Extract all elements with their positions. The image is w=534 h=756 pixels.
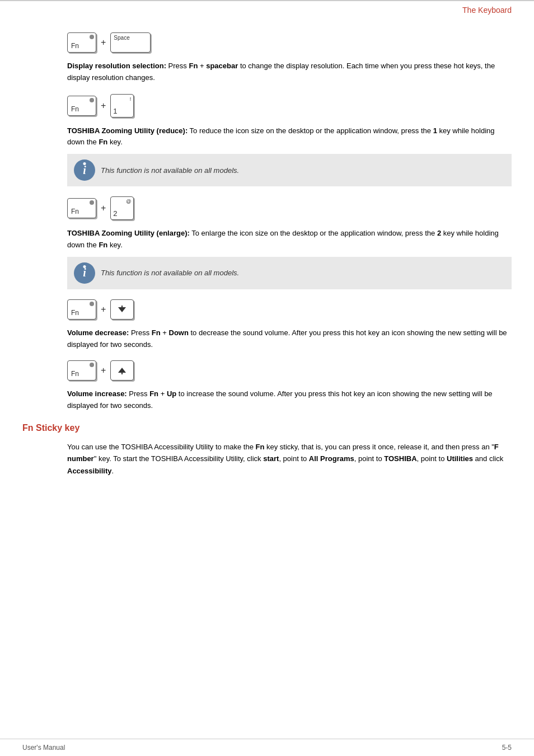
key-combo-up: Fn + [67, 360, 512, 381]
fn-key: Fn [67, 32, 96, 53]
footer-left: User's Manual [22, 744, 65, 752]
plus-sign: + [101, 37, 106, 48]
arrow-up-icon [117, 365, 127, 375]
footer-right: 5-5 [502, 744, 512, 752]
fn-sticky-key-heading: Fn Sticky key [22, 423, 512, 433]
fn-key-4: Fn [67, 299, 96, 320]
volume-increase-text: Volume increase: Press Fn + Up to increa… [67, 388, 512, 412]
fn-key-5: Fn [67, 360, 96, 381]
key-top-char: ! [130, 96, 132, 102]
page-container: The Keyboard Fn + Space Display resoluti… [0, 0, 534, 756]
display-resolution-text: Display resolution selection: Press Fn +… [67, 60, 512, 84]
section-zoom-reduce: Fn + ! 1 TOSHIBA Zooming Utility (reduce… [67, 94, 512, 187]
key-top-char-2: @ [126, 199, 131, 204]
arrow-down-key [110, 299, 134, 320]
plus-sign-3: + [101, 203, 106, 213]
plus-sign-4: + [101, 304, 106, 314]
key-bottom-char-2: 2 [113, 209, 117, 218]
fn-sticky-key-section: Fn Sticky key You can use the TOSHIBA Ac… [67, 423, 512, 477]
space-key: Space [110, 32, 151, 53]
key-combo-down: Fn + [67, 299, 512, 320]
key-combo-space: Fn + Space [67, 32, 512, 53]
section-volume-increase: Fn + Volume increase: Press Fn + Up to i… [67, 360, 512, 412]
content-area: Fn + Space Display resolution selection:… [0, 17, 534, 510]
section-volume-decrease: Fn + Volume decrease: Press Fn + Down to… [67, 299, 512, 351]
fn-key-3: Fn [67, 198, 96, 218]
plus-sign-2: + [101, 101, 106, 111]
info-text-enlarge: This function is not available on all mo… [101, 269, 239, 277]
info-icon-reduce: i [74, 159, 95, 181]
key-bottom-char: 1 [113, 107, 117, 115]
section-zoom-enlarge: Fn + @ 2 TOSHIBA Zooming Utility (enlarg… [67, 196, 512, 289]
svg-marker-0 [118, 307, 126, 312]
header-title: The Keyboard [462, 6, 512, 15]
plus-sign-5: + [101, 365, 106, 375]
fn-key-2: Fn [67, 96, 96, 116]
key-2: @ 2 [110, 196, 134, 220]
fn-sticky-key-text: You can use the TOSHIBA Accessibility Ut… [67, 441, 512, 477]
footer-bar: User's Manual 5-5 [0, 739, 534, 756]
volume-decrease-text: Volume decrease: Press Fn + Down to decr… [67, 327, 512, 351]
info-icon-enlarge: i [74, 262, 95, 284]
key-combo-1: Fn + ! 1 [67, 94, 512, 118]
header-bar: The Keyboard [0, 0, 534, 17]
arrow-down-icon [117, 304, 127, 314]
section-display-resolution: Fn + Space Display resolution selection:… [67, 32, 512, 84]
key-combo-2: Fn + @ 2 [67, 196, 512, 220]
info-box-reduce: i This function is not available on all … [67, 154, 512, 186]
info-text-reduce: This function is not available on all mo… [101, 166, 239, 175]
svg-marker-2 [118, 368, 126, 373]
zoom-enlarge-text: TOSHIBA Zooming Utility (enlarge): To en… [67, 228, 512, 251]
key-1: ! 1 [110, 94, 134, 118]
arrow-up-key [110, 360, 134, 381]
info-box-enlarge: i This function is not available on all … [67, 257, 512, 289]
zoom-reduce-text: TOSHIBA Zooming Utility (reduce): To red… [67, 125, 512, 149]
